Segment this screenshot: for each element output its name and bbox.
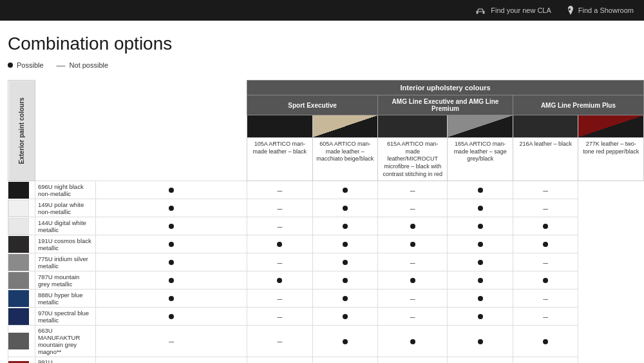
possible-label: Possible [17,61,44,69]
desc-615a: 615A ARTICO man-made leather/MICROCUT mi… [378,138,448,181]
combination-value [448,217,513,235]
desc-105a: 105A ARTICO man-made leather – black [247,138,313,181]
combination-value [513,271,578,289]
paint-name: 149U polar white non-metallic [35,199,95,217]
combination-value [96,253,247,271]
paint-row: 787U mountain grey metallic [8,271,644,289]
combination-value [378,271,448,289]
paint-name: 775U iridium silver metallic [35,253,95,271]
swatch-615a [378,115,448,138]
combination-value [312,326,378,357]
combination-value [312,235,378,253]
car-icon [474,6,487,15]
combination-value [378,235,448,253]
combination-value [312,199,378,217]
paint-name: 787U mountain grey metallic [35,271,95,289]
find-showroom-nav[interactable]: Find a Showroom [567,5,634,15]
combination-value: – [513,289,578,308]
combination-value [96,289,247,308]
combination-value [378,217,448,235]
upholstery-header-row: Exterior paint colours Interior upholste… [8,81,644,95]
desc-605a: 605A ARTICO man-made leather – macchiato… [312,138,378,181]
combination-value [247,235,313,253]
combination-value: – [247,289,313,308]
paint-row: 696U night black non-metallic––– [8,181,644,199]
combination-value [378,326,448,357]
upholstery-main-header: Interior upholstery colours [247,81,644,95]
paint-name: 991U MANUFAKTUR patagonia red [35,357,95,363]
paint-row: 144U digital white metallic– [8,217,644,235]
combination-value: – [247,199,313,217]
combination-value: – [247,253,313,271]
swatch-165a [448,115,513,138]
combination-value [448,357,513,363]
desc-277k: 277K leather – two-tone red pepper/black [578,138,644,181]
combination-value [448,326,513,357]
combination-value [96,217,247,235]
possible-dot [8,63,13,68]
combination-value: – [247,357,313,363]
swatch-277k [578,115,644,138]
main-content: Combination options Possible — Not possi… [0,21,644,363]
combination-value [448,235,513,253]
combination-value: – [513,181,578,199]
paint-name: 663U MANUFAKTUR mountain grey magno** [35,326,95,357]
paint-row: 991U MANUFAKTUR patagonia red––– [8,357,644,363]
paint-row: 663U MANUFAKTUR mountain grey magno**–– [8,326,644,357]
paint-name: 970U spectral blue metallic [35,308,95,326]
swatch-row [8,115,644,138]
desc-216a: 216A leather – black [513,138,578,181]
find-car-nav[interactable]: Find your new CLA [474,6,551,15]
swatch-105a [247,115,313,138]
combination-value [96,271,247,289]
combination-value [96,308,247,326]
not-possible-dash: — [57,61,66,70]
desc-row: 105A ARTICO man-made leather – black 605… [8,138,644,181]
swatch-216a [513,115,578,138]
combination-value [96,181,247,199]
combination-value [448,253,513,271]
find-car-label: Find your new CLA [491,6,551,14]
combination-value: – [513,253,578,271]
combination-value: – [378,357,448,363]
paint-row: 970U spectral blue metallic––– [8,308,644,326]
not-possible-label: Not possible [70,61,109,69]
paint-row: 775U iridium silver metallic––– [8,253,644,271]
location-icon [567,5,574,15]
combination-value: – [378,308,448,326]
combination-value [96,199,247,217]
paint-name: 144U digital white metallic [35,217,95,235]
top-navigation: Find your new CLA Find a Showroom [0,0,644,21]
combination-value [96,357,247,363]
combination-value [312,271,378,289]
combination-value [448,181,513,199]
combination-value: – [378,289,448,308]
paint-name: 696U night black non-metallic [35,181,95,199]
combination-value [448,289,513,308]
amg-premium-header: AMG Line Premium Plus [513,95,643,115]
find-showroom-label: Find a Showroom [578,6,634,14]
combination-value: – [513,357,578,363]
combination-value: – [247,308,313,326]
desc-165a: 165A ARTICO man-made leather – sage grey… [448,138,513,181]
combination-value: – [378,181,448,199]
combination-value [312,357,378,363]
combination-value: – [378,199,448,217]
combination-value [513,217,578,235]
combination-value [312,181,378,199]
paint-row: 888U hyper blue metallic––– [8,289,644,308]
combination-value [513,235,578,253]
combination-value [448,308,513,326]
group-headers-row: Sport Executive AMG Line Executive and A… [8,95,644,115]
paint-name: 191U cosmos black metallic [35,235,95,253]
combination-table: Exterior paint colours Interior upholste… [8,80,644,363]
legend-possible: Possible [8,61,44,69]
legend: Possible — Not possible [8,61,636,70]
amg-exec-header: AMG Line Executive and AMG Line Premium [378,95,513,115]
combination-value [312,253,378,271]
combination-value: – [247,217,313,235]
legend-not-possible: — Not possible [57,61,109,70]
combination-value: – [513,199,578,217]
combination-value [247,271,313,289]
combination-value: – [247,181,313,199]
